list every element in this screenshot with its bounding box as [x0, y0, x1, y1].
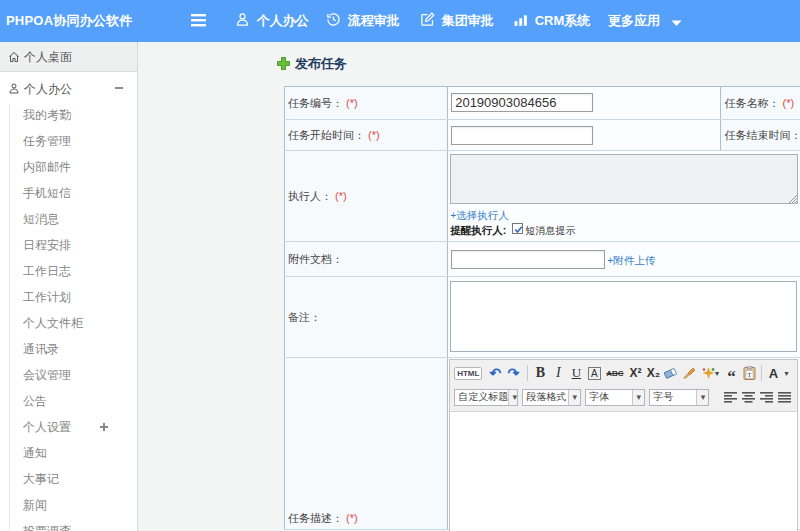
svg-text:T: T — [747, 371, 752, 379]
